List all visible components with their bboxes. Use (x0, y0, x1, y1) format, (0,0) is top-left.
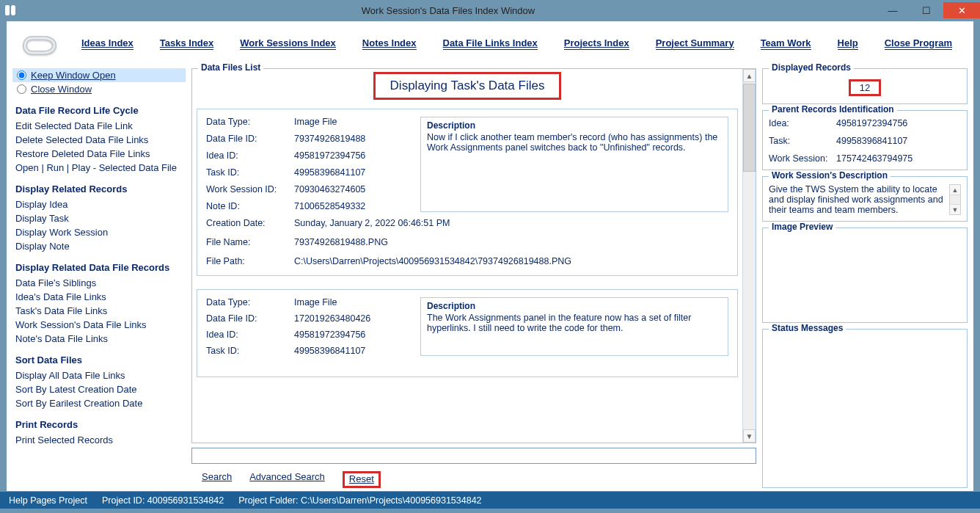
ws-desc-scrollbar[interactable]: ▲ ▼ (949, 184, 961, 215)
value-creation-date: Sunday, January 2, 2022 06:46:51 PM (294, 218, 728, 228)
status-bar: Help Pages Project Project ID: 400956931… (0, 492, 980, 509)
ws-description-text: Give the TWS System the ability to locat… (769, 184, 949, 215)
radio-close-window-label: Close Window (31, 84, 92, 95)
section-sort-data-files: Sort Data Files (15, 354, 186, 365)
link-display-task[interactable]: Display Task (12, 211, 186, 225)
radio-keep-window-open-label: Keep Window Open (31, 70, 116, 81)
label-description: Description (427, 120, 722, 131)
link-note-data-file-links[interactable]: Note's Data File Links (12, 332, 186, 346)
label-parent-idea: Idea: (769, 118, 836, 128)
section-print-records: Print Records (15, 419, 186, 430)
status-project-id: Project ID: 400956931534842 (102, 495, 224, 506)
menu-ideas-index[interactable]: Ideas Index (81, 37, 134, 50)
link-display-work-session[interactable]: Display Work Session (12, 225, 186, 239)
label-task-id: Task ID: (206, 346, 288, 356)
menu-close-program[interactable]: Close Program (885, 37, 952, 50)
menu-work-sessions-index[interactable]: Work Sessions Index (240, 37, 336, 50)
scroll-up-icon[interactable]: ▲ (950, 185, 960, 195)
label-idea-id: Idea ID: (206, 330, 288, 340)
app-icon (0, 0, 21, 21)
displayed-records-legend: Displayed Records (769, 62, 854, 73)
value-data-file-id: 172019263480426 (294, 313, 414, 324)
link-edit-data-file-link[interactable]: Edit Selected Data File Link (12, 119, 186, 133)
maximize-button[interactable]: ☐ (910, 2, 943, 18)
label-task-id: Task ID: (206, 167, 288, 178)
radio-close-window[interactable]: Close Window (12, 82, 186, 96)
reset-link[interactable]: Reset (349, 473, 374, 484)
link-data-file-siblings[interactable]: Data File's Siblings (12, 276, 186, 290)
link-display-note[interactable]: Display Note (12, 239, 186, 253)
link-sort-earliest[interactable]: Sort By Earilest Creation Date (12, 396, 186, 410)
label-description: Description (427, 301, 722, 311)
link-display-idea[interactable]: Display Idea (12, 197, 186, 211)
value-description: Now if I click another team member's rec… (427, 132, 722, 153)
value-ws-id: 70930463274605 (294, 184, 414, 194)
menu-help[interactable]: Help (838, 37, 858, 50)
minimize-button[interactable]: ― (876, 2, 910, 18)
value-parent-task: 49958396841107 (836, 136, 961, 146)
link-task-data-file-links[interactable]: Task's Data File Links (12, 304, 186, 318)
data-files-list-title: Displaying Task's Data Files (373, 72, 562, 100)
advanced-search-link[interactable]: Advanced Search (249, 471, 325, 488)
link-restore-data-file-links[interactable]: Restore Deleted Data File Links (12, 147, 186, 161)
section-related-records: Display Related Records (15, 183, 186, 194)
data-file-card[interactable]: Data Type: Image File Description The Wo… (197, 289, 738, 377)
titlebar: Work Session's Data Files Index Window ―… (0, 0, 980, 21)
reset-link-highlight: Reset (343, 471, 381, 488)
list-scrollbar[interactable]: ▲ ▼ (742, 69, 756, 443)
value-task-id: 49958396841107 (294, 167, 414, 178)
image-preview-legend: Image Preview (769, 222, 835, 232)
link-sort-latest[interactable]: Sort By Latest Creation Date (12, 382, 186, 396)
menu-data-file-links-index[interactable]: Data File Links Index (443, 37, 538, 50)
value-description: The Work Assignments panel in the featur… (427, 313, 722, 333)
value-data-file-id: 79374926819488 (294, 134, 414, 144)
ws-description-group: Work Session's Description Give the TWS … (762, 176, 968, 222)
window-title: Work Session's Data Files Index Window (21, 5, 876, 16)
status-help-project[interactable]: Help Pages Project (9, 495, 87, 506)
link-delete-data-file-links[interactable]: Delete Selected Data File Links (12, 133, 186, 147)
displayed-records-group: Displayed Records 12 (762, 68, 968, 104)
scroll-up-icon[interactable]: ▲ (743, 69, 756, 82)
radio-keep-window-open-input[interactable] (17, 70, 26, 80)
svg-rect-1 (11, 5, 15, 15)
top-menu: Ideas Index Tasks Index Work Sessions In… (7, 21, 973, 68)
label-note-id: Note ID: (206, 201, 288, 211)
menu-project-summary[interactable]: Project Summary (656, 37, 734, 50)
image-preview-group: Image Preview (762, 228, 968, 323)
radio-close-window-input[interactable] (17, 84, 26, 94)
label-parent-ws: Work Session: (769, 153, 836, 164)
section-related-data-file-records: Display Related Data File Records (15, 262, 186, 273)
data-files-list-group: Data Files List Displaying Task's Data F… (191, 68, 756, 443)
radio-keep-window-open[interactable]: Keep Window Open (12, 68, 186, 82)
link-display-all-data-file-links[interactable]: Display All Data File Links (12, 368, 186, 382)
search-input[interactable] (191, 448, 756, 464)
scroll-down-icon[interactable]: ▼ (743, 429, 756, 443)
scroll-thumb[interactable] (743, 84, 756, 172)
label-data-type: Data Type: (206, 297, 288, 308)
link-print-selected-records[interactable]: Print Selected Records (12, 433, 186, 447)
value-idea-id: 49581972394756 (294, 150, 414, 161)
label-creation-date: Creation Date: (206, 218, 288, 228)
menu-projects-index[interactable]: Projects Index (564, 37, 629, 50)
search-link[interactable]: Search (202, 471, 232, 488)
link-idea-data-file-links[interactable]: Idea's Data File Links (12, 290, 186, 304)
link-ws-data-file-links[interactable]: Work Session's Data File Links (12, 318, 186, 332)
ws-description-legend: Work Session's Description (769, 170, 891, 181)
label-file-path: File Path: (206, 256, 288, 266)
menu-notes-index[interactable]: Notes Index (362, 37, 417, 50)
menu-tasks-index[interactable]: Tasks Index (160, 37, 213, 50)
description-box: Description Now if I click another team … (420, 117, 728, 212)
label-parent-task: Task: (769, 136, 836, 146)
svg-rect-0 (5, 5, 10, 15)
status-messages-group: Status Messages (762, 329, 968, 488)
value-data-type: Image File (294, 117, 414, 127)
value-parent-idea: 49581972394756 (836, 118, 961, 128)
label-idea-id: Idea ID: (206, 150, 288, 161)
label-data-file-id: Data File ID: (206, 134, 288, 144)
scroll-down-icon[interactable]: ▼ (950, 204, 960, 214)
close-button[interactable]: ✕ (943, 2, 980, 18)
link-open-run-play[interactable]: Open | Run | Play - Selected Data File (12, 161, 186, 175)
menu-team-work[interactable]: Team Work (761, 37, 811, 50)
sidebar: Keep Window Open Close Window Data File … (12, 68, 186, 488)
data-file-card[interactable]: Data Type: Image File Description Now if… (197, 109, 738, 276)
